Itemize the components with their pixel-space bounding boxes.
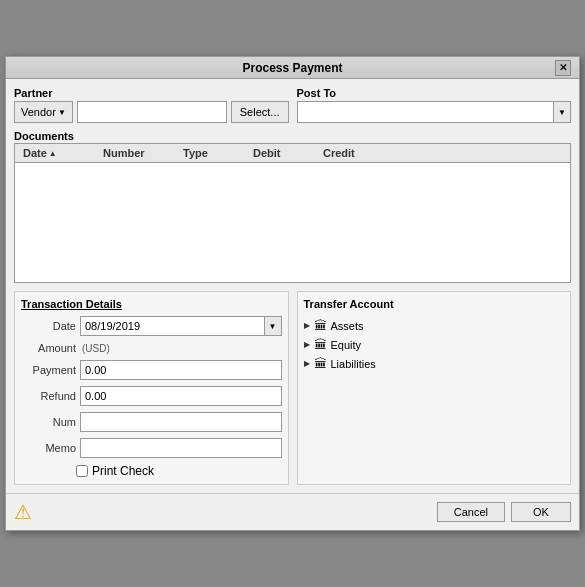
refund-input[interactable] — [80, 386, 282, 406]
refund-label: Refund — [21, 390, 76, 402]
vendor-label: Vendor — [21, 106, 56, 118]
process-payment-dialog: Process Payment ✕ Partner Vendor ▼ Selec… — [5, 56, 580, 531]
postto-input-row: ▼ — [297, 101, 572, 123]
equity-icon: 🏛 — [314, 337, 327, 352]
title-bar: Process Payment ✕ — [6, 57, 579, 79]
vendor-dropdown[interactable]: Vendor ▼ — [14, 101, 73, 123]
tree-item-equity[interactable]: ▶ 🏛 Equity — [304, 335, 565, 354]
table-body — [15, 163, 570, 273]
partner-label: Partner — [14, 87, 289, 99]
equity-expand-arrow: ▶ — [304, 340, 310, 349]
date-input[interactable] — [80, 316, 264, 336]
amount-label: Amount — [21, 342, 76, 354]
postto-dropdown-arrow[interactable]: ▼ — [554, 101, 571, 123]
num-label: Num — [21, 416, 76, 428]
cancel-button[interactable]: Cancel — [437, 502, 505, 522]
postto-input[interactable] — [297, 101, 555, 123]
bottom-section: Transaction Details Date ▼ Amount (USD) — [14, 291, 571, 485]
equity-label: Equity — [331, 339, 362, 351]
date-input-row: ▼ — [80, 316, 282, 336]
date-label: Date — [21, 320, 76, 332]
col-date-label: Date — [23, 147, 47, 159]
assets-expand-arrow: ▶ — [304, 321, 310, 330]
payment-label: Payment — [21, 364, 76, 376]
dialog-body: Partner Vendor ▼ Select... Post To ▼ — [6, 79, 579, 493]
transaction-details: Transaction Details Date ▼ Amount (USD) — [14, 291, 289, 485]
partner-group: Partner Vendor ▼ Select... — [14, 87, 289, 123]
transfer-account: Transfer Account ▶ 🏛 Assets ▶ 🏛 Equity ▶… — [297, 291, 572, 485]
select-button[interactable]: Select... — [231, 101, 289, 123]
close-button[interactable]: ✕ — [555, 60, 571, 76]
table-header: Date ▲ Number Type Debit Credit — [15, 144, 570, 163]
print-check-row: Print Check — [76, 464, 282, 478]
documents-label: Documents — [14, 130, 74, 142]
liabilities-expand-arrow: ▶ — [304, 359, 310, 368]
col-header-type[interactable]: Type — [179, 146, 249, 160]
transaction-details-title: Transaction Details — [21, 298, 282, 310]
liabilities-label: Liabilities — [331, 358, 376, 370]
col-header-credit[interactable]: Credit — [319, 146, 389, 160]
memo-row: Memo — [21, 438, 282, 458]
vendor-dropdown-arrow: ▼ — [58, 108, 66, 117]
amount-row: Amount (USD) — [21, 342, 282, 354]
col-header-debit[interactable]: Debit — [249, 146, 319, 160]
memo-label: Memo — [21, 442, 76, 454]
date-dropdown-btn[interactable]: ▼ — [264, 316, 282, 336]
documents-table: Date ▲ Number Type Debit Credit — [14, 143, 571, 283]
refund-row: Refund — [21, 386, 282, 406]
tree-item-liabilities[interactable]: ▶ 🏛 Liabilities — [304, 354, 565, 373]
memo-input[interactable] — [80, 438, 282, 458]
liabilities-icon: 🏛 — [314, 356, 327, 371]
footer-buttons: Cancel OK — [437, 502, 571, 522]
ok-button[interactable]: OK — [511, 502, 571, 522]
num-row: Num — [21, 412, 282, 432]
warning-icon: ⚠ — [14, 500, 32, 524]
postto-group: Post To ▼ — [297, 87, 572, 123]
transfer-account-title: Transfer Account — [304, 298, 565, 310]
partner-input-row: Vendor ▼ Select... — [14, 101, 289, 123]
payment-row: Payment — [21, 360, 282, 380]
documents-section: Documents Date ▲ Number Type Debit Credi… — [14, 129, 571, 283]
payment-input[interactable] — [80, 360, 282, 380]
amount-unit: (USD) — [82, 343, 110, 354]
col-header-date[interactable]: Date ▲ — [19, 146, 99, 160]
num-input[interactable] — [80, 412, 282, 432]
print-check-label: Print Check — [92, 464, 154, 478]
assets-icon: 🏛 — [314, 318, 327, 333]
partner-postto-row: Partner Vendor ▼ Select... Post To ▼ — [14, 87, 571, 123]
tree-item-assets[interactable]: ▶ 🏛 Assets — [304, 316, 565, 335]
postto-label: Post To — [297, 87, 572, 99]
dialog-footer: ⚠ Cancel OK — [6, 493, 579, 530]
col-header-number[interactable]: Number — [99, 146, 179, 160]
sort-arrow-date: ▲ — [49, 149, 57, 158]
print-check-checkbox[interactable] — [76, 465, 88, 477]
assets-label: Assets — [331, 320, 364, 332]
vendor-input[interactable] — [77, 101, 227, 123]
dialog-title: Process Payment — [30, 61, 555, 75]
date-row: Date ▼ — [21, 316, 282, 336]
